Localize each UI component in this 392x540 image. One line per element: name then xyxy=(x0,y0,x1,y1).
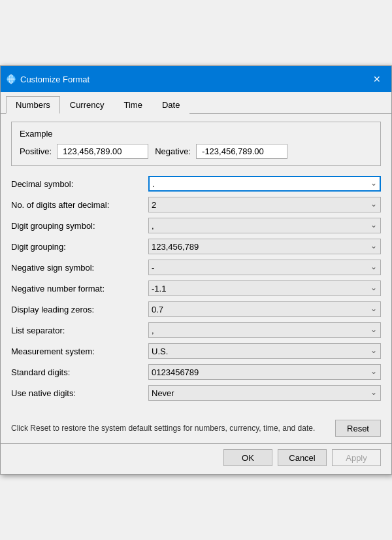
example-label: Example xyxy=(20,129,372,139)
label-standard-digits: Standard digits: xyxy=(11,367,148,377)
input-decimal-symbol[interactable] xyxy=(148,176,381,192)
select-digit-grouping[interactable]: 123,456,789 xyxy=(148,239,381,254)
form-row-list-separator: List separator: , xyxy=(11,322,381,339)
tab-content: Example Positive: 123,456,789.00 Negativ… xyxy=(1,114,391,413)
ok-button[interactable]: OK xyxy=(223,449,272,466)
select-digits-after-decimal[interactable]: 2 xyxy=(148,197,381,212)
tab-currency[interactable]: Currency xyxy=(60,96,114,114)
close-button[interactable]: ✕ xyxy=(368,70,386,88)
form-row-negative-format: Negative number format: -1.1 xyxy=(11,280,381,297)
form-row-leading-zeros: Display leading zeros: 0.7 xyxy=(11,301,381,318)
form-row-native-digits: Use native digits: Never xyxy=(11,384,381,401)
select-wrapper-digit-grouping[interactable]: 123,456,789 xyxy=(148,239,381,254)
positive-label: Positive: xyxy=(20,146,52,156)
title-bar: Customize Format ✕ xyxy=(1,66,391,92)
select-wrapper-leading-zeros[interactable]: 0.7 xyxy=(148,301,381,317)
label-leading-zeros: Display leading zeros: xyxy=(11,305,148,314)
apply-button[interactable]: Apply xyxy=(332,449,381,466)
example-row: Positive: 123,456,789.00 Negative: -123,… xyxy=(20,144,372,159)
form-fields: Decimal symbol: No. of digits after deci… xyxy=(11,175,381,401)
negative-label: Negative: xyxy=(155,146,191,156)
select-leading-zeros[interactable]: 0.7 xyxy=(148,301,381,317)
dialog-title: Customize Format xyxy=(20,75,368,84)
bottom-bar: OK Cancel Apply xyxy=(1,443,391,474)
select-grouping-symbol[interactable]: , xyxy=(148,218,381,233)
customize-format-dialog: Customize Format ✕ Numbers Currency Time… xyxy=(0,65,392,475)
footer-section: Click Reset to restore the system defaul… xyxy=(1,413,391,443)
select-list-separator[interactable]: , xyxy=(148,322,381,338)
positive-value: 123,456,789.00 xyxy=(57,144,148,159)
select-wrapper-native-digits[interactable]: Never xyxy=(148,385,381,401)
dialog-icon xyxy=(6,74,16,84)
tab-date[interactable]: Date xyxy=(152,96,189,114)
select-wrapper-decimal[interactable] xyxy=(148,176,381,192)
select-wrapper-measurement[interactable]: U.S. xyxy=(148,343,381,359)
positive-example: Positive: 123,456,789.00 xyxy=(20,144,148,159)
reset-button[interactable]: Reset xyxy=(335,420,381,437)
select-wrapper-negative-sign[interactable]: - xyxy=(148,260,381,275)
form-row-digits-after-decimal: No. of digits after decimal: 2 xyxy=(11,196,381,213)
label-decimal-symbol: Decimal symbol: xyxy=(11,179,148,189)
select-negative-sign[interactable]: - xyxy=(148,260,381,275)
label-list-separator: List separator: xyxy=(11,326,148,335)
footer-note: Click Reset to restore the system defaul… xyxy=(11,422,325,434)
label-native-digits: Use native digits: xyxy=(11,388,148,398)
label-digits-after-decimal: No. of digits after decimal: xyxy=(11,200,148,210)
tab-bar: Numbers Currency Time Date xyxy=(1,92,391,114)
select-standard-digits[interactable]: 0123456789 xyxy=(148,364,381,380)
negative-value: -123,456,789.00 xyxy=(196,144,287,159)
select-wrapper-grouping-symbol[interactable]: , xyxy=(148,218,381,233)
form-row-negative-sign: Negative sign symbol: - xyxy=(11,259,381,276)
label-negative-format: Negative number format: xyxy=(11,284,148,294)
form-row-standard-digits: Standard digits: 0123456789 xyxy=(11,363,381,380)
negative-example: Negative: -123,456,789.00 xyxy=(155,144,287,159)
tab-numbers[interactable]: Numbers xyxy=(6,96,60,114)
select-wrapper-list-separator[interactable]: , xyxy=(148,322,381,338)
tab-time[interactable]: Time xyxy=(114,96,152,114)
label-grouping-symbol: Digit grouping symbol: xyxy=(11,221,148,231)
select-wrapper-negative-format[interactable]: -1.1 xyxy=(148,280,381,296)
select-native-digits[interactable]: Never xyxy=(148,385,381,401)
example-section: Example Positive: 123,456,789.00 Negativ… xyxy=(11,122,381,166)
select-wrapper-digits[interactable]: 2 xyxy=(148,197,381,212)
form-row-decimal-symbol: Decimal symbol: xyxy=(11,175,381,192)
select-measurement[interactable]: U.S. xyxy=(148,343,381,359)
form-row-grouping-symbol: Digit grouping symbol: , xyxy=(11,217,381,234)
select-wrapper-standard-digits[interactable]: 0123456789 xyxy=(148,364,381,380)
cancel-button[interactable]: Cancel xyxy=(278,449,327,466)
form-row-digit-grouping: Digit grouping: 123,456,789 xyxy=(11,238,381,255)
label-digit-grouping: Digit grouping: xyxy=(11,242,148,252)
form-row-measurement: Measurement system: U.S. xyxy=(11,343,381,360)
label-negative-sign: Negative sign symbol: xyxy=(11,263,148,273)
label-measurement: Measurement system: xyxy=(11,346,148,356)
select-negative-format[interactable]: -1.1 xyxy=(148,280,381,296)
